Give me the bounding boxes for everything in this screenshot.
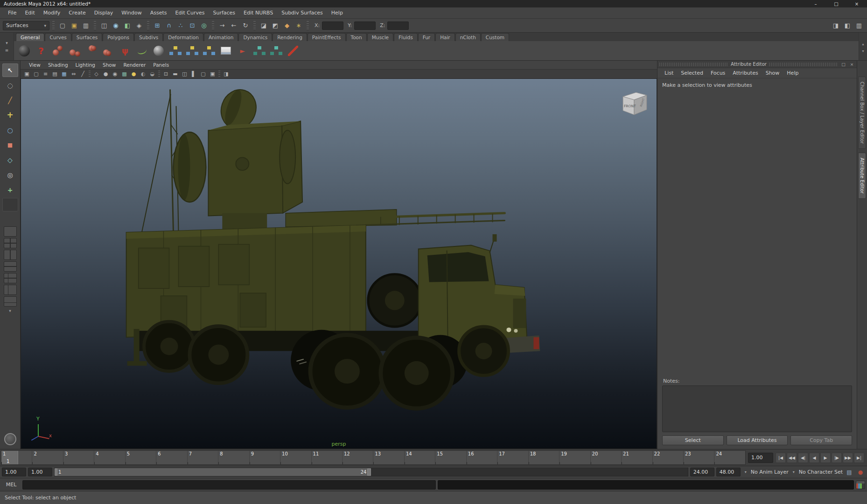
timeline-tick[interactable]: 17	[497, 451, 528, 464]
rotate-tool[interactable]	[2, 123, 18, 137]
shelf-tab-deformation[interactable]: Deformation	[163, 33, 203, 41]
playback-step-back-frame-button[interactable]: ◀◀	[787, 453, 797, 463]
animation-end-input[interactable]: 48.00	[716, 468, 741, 476]
shelf-paint-brush-icon[interactable]	[286, 43, 301, 58]
shelf-tab-rendering[interactable]: Rendering	[273, 33, 307, 41]
textured-icon[interactable]	[120, 70, 129, 78]
soft-modification-tool[interactable]	[2, 168, 18, 182]
shelf-curve-icon[interactable]	[134, 43, 149, 58]
select-hierarchy-mode-icon[interactable]	[99, 21, 109, 31]
panel-menu-show[interactable]: Show	[99, 62, 119, 68]
new-scene-icon[interactable]	[57, 21, 68, 31]
auto-keyframe-icon[interactable]	[856, 468, 865, 477]
panel-close-icon[interactable]: ×	[849, 61, 855, 67]
shelf-tab-dynamics[interactable]: Dynamics	[238, 33, 272, 41]
shelf-tab-fur[interactable]: Fur	[418, 33, 435, 41]
playback-go-start-button[interactable]: |◀	[776, 453, 786, 463]
layout-two-pane-stacked-button[interactable]	[4, 261, 17, 272]
timeline-tick[interactable]: 23	[683, 451, 714, 464]
range-handle-right[interactable]	[367, 469, 371, 476]
timeline-tick[interactable]: 9	[249, 451, 280, 464]
load-attributes-button[interactable]: Load Attributes	[727, 435, 788, 445]
tab-attribute-editor[interactable]: Attribute Editor	[858, 153, 866, 199]
last-tool-slot[interactable]	[2, 198, 18, 211]
playback-start-input[interactable]: 1.00	[28, 468, 52, 476]
shelf-tab-ncloth[interactable]: nCloth	[455, 33, 481, 41]
menu-edit-nurbs[interactable]: Edit NURBS	[239, 8, 277, 17]
panel-menu-lighting[interactable]: Lighting	[72, 62, 99, 68]
timeline-tick[interactable]: 5	[125, 451, 156, 464]
shelf-menu-icon[interactable]	[3, 48, 11, 53]
playback-end-input[interactable]: 24.00	[690, 468, 714, 476]
shelf-render-ball-icon[interactable]	[17, 43, 32, 58]
bookmarks-icon[interactable]	[50, 70, 59, 78]
timeline-tick[interactable]: 22	[652, 451, 683, 464]
snap-to-plane-icon[interactable]	[187, 21, 197, 31]
menu-display[interactable]: Display	[90, 8, 118, 17]
playback-step-forward-frame-button[interactable]: ▶▶	[843, 453, 853, 463]
character-set-dropdown-icon[interactable]: ▾	[790, 469, 797, 476]
screen-space-ao-icon[interactable]	[148, 70, 157, 78]
playback-play-backward-button[interactable]: ◀	[809, 453, 819, 463]
timeline-tick[interactable]: 1	[1, 451, 32, 464]
shelf-duplicate-icon[interactable]	[252, 43, 267, 58]
xray-icon[interactable]	[222, 70, 231, 78]
shelf-group-icon[interactable]	[168, 43, 183, 58]
shelf-tab-animation[interactable]: Animation	[204, 33, 238, 41]
range-handle-left[interactable]	[55, 469, 57, 476]
notes-field[interactable]	[662, 385, 852, 432]
shelf-tab-fluids[interactable]: Fluids	[394, 33, 418, 41]
shelf-sphere-icon[interactable]	[151, 43, 166, 58]
camera-attributes-icon[interactable]	[41, 70, 50, 78]
menu-edit-curves[interactable]: Edit Curves	[171, 8, 209, 17]
toolbox-bottom-icon[interactable]	[4, 433, 16, 445]
layout-outliner-persp-button[interactable]	[4, 285, 17, 295]
shelf-tab-menu-icon[interactable]	[3, 40, 11, 46]
shelf-claw-icon[interactable]	[118, 43, 133, 58]
menu-subdiv-surfaces[interactable]: Subdiv Surfaces	[277, 8, 327, 17]
paint-selection-tool[interactable]	[2, 93, 18, 107]
wireframe-on-shaded-icon[interactable]	[111, 70, 119, 78]
panel-menu-panels[interactable]: Panels	[149, 62, 173, 68]
timeline-tick[interactable]: 2	[32, 451, 63, 464]
menu-file[interactable]: File	[4, 8, 21, 17]
shelf-tab-subdivs[interactable]: Subdivs	[134, 33, 163, 41]
shelf-tab-general[interactable]: General	[16, 33, 44, 41]
snap-to-grid-icon[interactable]	[152, 21, 162, 31]
layout-hypergraph-persp-button[interactable]	[4, 296, 17, 307]
toggle-tool-settings-icon[interactable]	[842, 21, 853, 31]
render-settings-icon[interactable]	[294, 21, 304, 31]
viewport-scene[interactable]: FRONT RIGHT Y x persp	[21, 78, 657, 449]
gate-mask-icon[interactable]	[189, 70, 198, 78]
minimize-button[interactable]: –	[805, 0, 826, 7]
layout-four-pane-button[interactable]	[4, 238, 17, 248]
menu-assets[interactable]: Assets	[146, 8, 171, 17]
maximize-button[interactable]: □	[826, 0, 846, 7]
shelf-joint-spheres-icon[interactable]	[50, 43, 65, 58]
input-connections-icon[interactable]	[217, 21, 227, 31]
toggle-channel-box-icon[interactable]	[854, 21, 864, 31]
character-set-label[interactable]: No Character Set	[799, 469, 843, 475]
panel-menu-view[interactable]: View	[25, 62, 44, 68]
scale-tool[interactable]	[2, 138, 18, 152]
smooth-shade-icon[interactable]	[101, 70, 110, 78]
ae-menu-show[interactable]: Show	[762, 69, 783, 77]
script-editor-icon[interactable]	[856, 481, 865, 489]
shelf-tab-polygons[interactable]: Polygons	[103, 33, 134, 41]
shelf-tab-surfaces[interactable]: Surfaces	[72, 33, 102, 41]
wireframe-icon[interactable]	[92, 70, 101, 78]
range-slider-active[interactable]: 1 24	[55, 468, 371, 476]
y-input[interactable]	[354, 21, 376, 30]
animation-start-input[interactable]: 1.00	[2, 468, 26, 476]
layout-three-pane-button[interactable]	[4, 273, 17, 283]
ae-menu-list[interactable]: List	[661, 69, 677, 77]
make-live-icon[interactable]	[199, 21, 209, 31]
render-current-frame-icon[interactable]	[270, 21, 280, 31]
anim-layer-dropdown-icon[interactable]: ▾	[742, 469, 749, 476]
shelf-spheres-pair-icon[interactable]	[101, 43, 116, 58]
timeline-tick[interactable]: 14	[404, 451, 435, 464]
universal-manipulator-tool[interactable]	[2, 153, 18, 167]
panel-menu-renderer[interactable]: Renderer	[119, 62, 149, 68]
shelf-scroll-up-icon[interactable]: ▴	[862, 42, 864, 46]
menu-surfaces[interactable]: Surfaces	[209, 8, 239, 17]
